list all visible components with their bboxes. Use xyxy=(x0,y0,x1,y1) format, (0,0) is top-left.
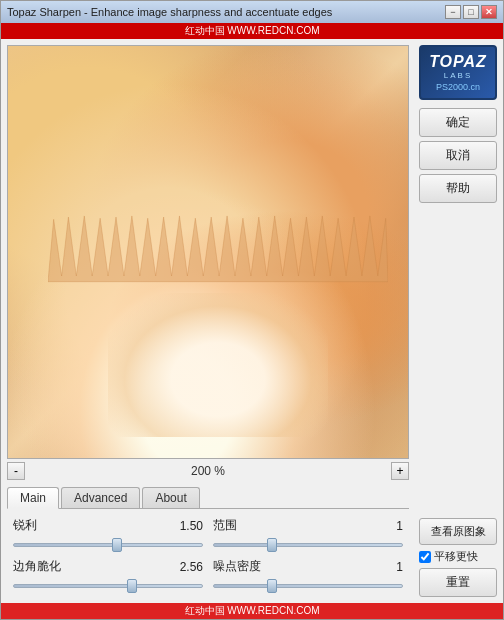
pan-checkbox-row: 平移更快 xyxy=(419,549,497,564)
reset-button[interactable]: 重置 xyxy=(419,568,497,597)
slider-range-thumb[interactable] xyxy=(267,538,277,552)
slider-sharpness-value: 1.50 xyxy=(180,519,203,533)
minimize-button[interactable]: − xyxy=(445,5,461,19)
view-original-button[interactable]: 查看原图象 xyxy=(419,518,497,545)
slider-range-label: 范围 xyxy=(213,517,237,534)
preview-image xyxy=(8,46,408,458)
slider-range-track-container[interactable] xyxy=(213,536,403,554)
slider-sharpness-thumb[interactable] xyxy=(112,538,122,552)
tab-about[interactable]: About xyxy=(142,487,199,508)
tab-advanced[interactable]: Advanced xyxy=(61,487,140,508)
watermark-top: 红动中国 WWW.REDCN.COM xyxy=(1,23,503,39)
slider-noise-value: 1 xyxy=(396,560,403,574)
maximize-button[interactable]: □ xyxy=(463,5,479,19)
confirm-button[interactable]: 确定 xyxy=(419,108,497,137)
slider-noise-label: 噪点密度 xyxy=(213,558,261,575)
slider-edge-header: 边角脆化 2.56 xyxy=(13,558,203,575)
slider-sharpness-label: 锐利 xyxy=(13,517,37,534)
slider-edge-track xyxy=(13,584,203,588)
logo-topaz-text: TOPAZ xyxy=(425,53,491,71)
watermark-bottom: 红动中国 WWW.REDCN.COM xyxy=(1,603,503,619)
slider-edge-label: 边角脆化 xyxy=(13,558,61,575)
help-button[interactable]: 帮助 xyxy=(419,174,497,203)
shell-white xyxy=(108,293,328,437)
panel-main: 锐利 1.50 范围 xyxy=(7,509,409,603)
slider-sharpness-track-container[interactable] xyxy=(13,536,203,554)
zoom-in-button[interactable]: + xyxy=(391,462,409,480)
main-content: - 200 % + Main Advanced About xyxy=(1,39,503,603)
slider-noise-track xyxy=(213,584,403,588)
tab-bar: Main Advanced About xyxy=(7,487,409,509)
tabs-section: Main Advanced About 锐利 1.50 xyxy=(7,483,409,603)
slider-range-track xyxy=(213,543,403,547)
left-panel: - 200 % + Main Advanced About xyxy=(1,39,415,603)
slider-range-header: 范围 1 xyxy=(213,517,403,534)
slider-noise: 噪点密度 1 xyxy=(213,558,403,595)
logo-ps-text: PS2000.cn xyxy=(425,82,491,92)
slider-noise-thumb[interactable] xyxy=(267,579,277,593)
pan-checkbox-label: 平移更快 xyxy=(434,549,478,564)
slider-noise-track-container[interactable] xyxy=(213,577,403,595)
slider-sharpness-track xyxy=(13,543,203,547)
slider-range: 范围 1 xyxy=(213,517,403,554)
zoom-level: 200 % xyxy=(29,464,387,478)
tab-main[interactable]: Main xyxy=(7,487,59,509)
cancel-button[interactable]: 取消 xyxy=(419,141,497,170)
slider-edge-value: 2.56 xyxy=(180,560,203,574)
zoom-out-button[interactable]: - xyxy=(7,462,25,480)
main-window: Topaz Sharpen - Enhance image sharpness … xyxy=(0,0,504,620)
slider-noise-header: 噪点密度 1 xyxy=(213,558,403,575)
slider-edge-track-container[interactable] xyxy=(13,577,203,595)
window-title: Topaz Sharpen - Enhance image sharpness … xyxy=(7,6,332,18)
slider-sharpness-header: 锐利 1.50 xyxy=(13,517,203,534)
zoom-bar: - 200 % + xyxy=(7,459,409,483)
preview-area xyxy=(7,45,409,459)
shell-spines xyxy=(48,190,388,305)
slider-range-value: 1 xyxy=(396,519,403,533)
sliders-grid: 锐利 1.50 范围 xyxy=(13,517,403,595)
pan-checkbox[interactable] xyxy=(419,551,431,563)
right-panel: TOPAZ LABS PS2000.cn 确定 取消 帮助 查看原图象 平移更快… xyxy=(415,39,503,603)
logo-labs-text: LABS xyxy=(425,71,491,80)
slider-edge: 边角脆化 2.56 xyxy=(13,558,203,595)
topaz-logo: TOPAZ LABS PS2000.cn xyxy=(419,45,497,100)
title-bar: Topaz Sharpen - Enhance image sharpness … xyxy=(1,1,503,23)
slider-sharpness: 锐利 1.50 xyxy=(13,517,203,554)
close-button[interactable]: ✕ xyxy=(481,5,497,19)
title-bar-buttons: − □ ✕ xyxy=(445,5,497,19)
slider-edge-thumb[interactable] xyxy=(127,579,137,593)
